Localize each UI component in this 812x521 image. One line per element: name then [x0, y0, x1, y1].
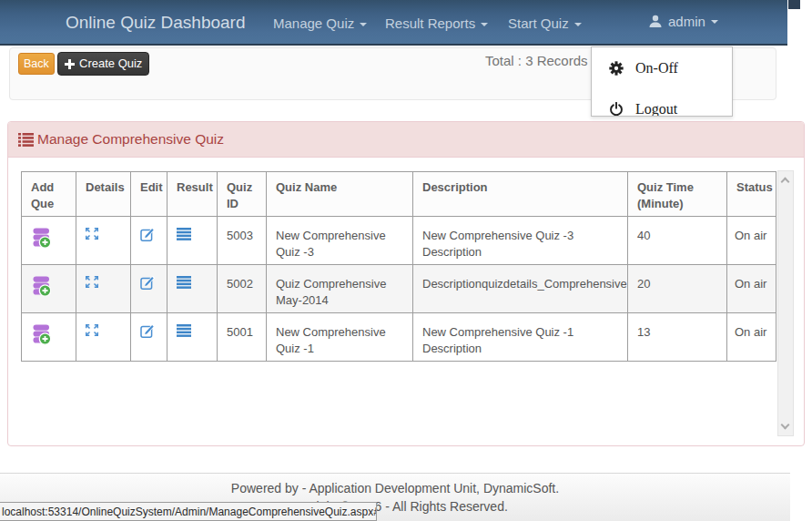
- quiz-name-cell: New Comprehensive Quiz -1: [267, 313, 413, 362]
- corner-square: [788, 0, 800, 9]
- panel-heading: Manage Comprehensive Quiz: [8, 122, 804, 158]
- add-que-cell: [22, 265, 76, 313]
- menu-item-on-off[interactable]: On-Off: [592, 47, 732, 88]
- col-description: Description: [413, 172, 628, 217]
- gear-icon: [609, 61, 624, 76]
- add-question-icon[interactable]: [31, 324, 51, 345]
- edit-cell: [131, 313, 167, 362]
- col-result: Result: [167, 172, 218, 217]
- nav-start-quiz[interactable]: Start Quiz: [508, 15, 582, 31]
- col-edit: Edit: [131, 172, 167, 217]
- add-que-cell: [22, 217, 76, 265]
- edit-cell: [131, 217, 167, 265]
- caret-down-icon: [711, 20, 718, 24]
- status-cell: On air: [727, 313, 776, 362]
- manage-quiz-panel: Manage Comprehensive Quiz Add Que Detail…: [7, 121, 805, 446]
- scroll-down-icon[interactable]: [781, 421, 790, 430]
- quiz-name-cell: Quiz Comprehensive May-2014: [267, 265, 413, 313]
- quiz-time-cell: 40: [628, 217, 727, 265]
- result-cell: [167, 265, 218, 313]
- status-cell: On air: [727, 265, 776, 313]
- nav-start-quiz-label: Start Quiz: [508, 15, 569, 31]
- quiz-id-cell: 5002: [218, 265, 267, 313]
- status-bar-url: localhost:53314/OnlineQuizSystem/Admin/M…: [0, 502, 377, 521]
- panel-title: Manage Comprehensive Quiz: [37, 131, 224, 148]
- result-icon[interactable]: [177, 324, 191, 337]
- description-cell: New Comprehensive Quiz -3 Description: [413, 217, 628, 265]
- edit-icon[interactable]: [140, 228, 155, 241]
- user-dropdown-menu: On-Off Logout: [591, 46, 733, 117]
- result-icon[interactable]: [177, 228, 191, 240]
- nav-result-reports-label: Result Reports: [385, 15, 475, 31]
- caret-down-icon: [360, 23, 367, 26]
- col-details: Details: [76, 172, 131, 217]
- expand-details-icon[interactable]: [86, 324, 98, 336]
- menu-on-off-label: On-Off: [635, 60, 678, 77]
- result-cell: [167, 217, 218, 265]
- result-icon[interactable]: [177, 276, 191, 289]
- add-que-cell: [22, 313, 76, 362]
- plus-icon: [65, 59, 75, 69]
- nav-user-label: admin: [668, 14, 705, 29]
- footer-powered-by: Powered by - Application Development Uni…: [0, 479, 790, 497]
- nav-result-reports[interactable]: Result Reports: [385, 15, 488, 31]
- create-quiz-button[interactable]: Create Quiz: [57, 52, 149, 76]
- back-button[interactable]: Back: [18, 53, 55, 75]
- description-cell: Descriptionquizdetails_Comprehensive: [413, 265, 628, 313]
- details-cell: [76, 217, 131, 265]
- expand-details-icon[interactable]: [86, 276, 98, 288]
- col-add-que: Add Que: [22, 172, 76, 217]
- nav-user-admin[interactable]: admin: [648, 14, 718, 29]
- navbar: Online Quiz Dashboard Manage Quiz Result…: [0, 0, 787, 46]
- caret-down-icon: [574, 23, 582, 26]
- scroll-up-icon[interactable]: [781, 178, 790, 187]
- table-row: 5003New Comprehensive Quiz -3New Compreh…: [22, 217, 776, 265]
- nav-manage-quiz-label: Manage Quiz: [273, 15, 354, 31]
- menu-logout-label: Logout: [635, 101, 677, 117]
- edit-icon[interactable]: [140, 324, 155, 338]
- description-cell: New Comprehensive Quiz -1 Description: [413, 313, 628, 362]
- expand-details-icon[interactable]: [86, 228, 98, 240]
- quiz-time-cell: 13: [628, 313, 727, 362]
- col-quiz-time: Quiz Time (Minute): [628, 172, 727, 217]
- add-question-icon[interactable]: [31, 228, 51, 249]
- caret-down-icon: [481, 23, 488, 26]
- total-records: Total : 3 Records: [485, 53, 588, 68]
- list-icon: [18, 133, 34, 147]
- table-row: 5001New Comprehensive Quiz -1New Compreh…: [22, 313, 776, 362]
- col-quiz-id: Quiz ID: [218, 172, 267, 217]
- create-quiz-label: Create Quiz: [79, 53, 142, 75]
- quiz-name-cell: New Comprehensive Quiz -3: [267, 217, 413, 265]
- details-cell: [76, 265, 131, 313]
- quiz-id-cell: 5001: [218, 313, 267, 362]
- details-cell: [76, 313, 131, 362]
- table-header-row: Add Que Details Edit Result Quiz ID Quiz…: [22, 172, 776, 217]
- edit-icon[interactable]: [140, 276, 155, 290]
- col-status: Status: [727, 172, 776, 217]
- user-icon: [648, 15, 663, 28]
- status-cell: On air: [727, 217, 776, 265]
- table-row: 5002Quiz Comprehensive May-2014Descripti…: [22, 265, 776, 313]
- add-question-icon[interactable]: [31, 276, 51, 297]
- table-scrollbar[interactable]: [777, 170, 794, 436]
- quiz-id-cell: 5003: [218, 217, 267, 265]
- col-quiz-name: Quiz Name: [267, 172, 413, 217]
- quiz-time-cell: 20: [628, 265, 727, 313]
- edit-cell: [131, 265, 167, 313]
- nav-manage-quiz[interactable]: Manage Quiz: [273, 15, 367, 31]
- menu-item-logout[interactable]: Logout: [592, 88, 732, 117]
- result-cell: [167, 313, 218, 362]
- power-icon: [609, 102, 624, 117]
- app-title: Online Quiz Dashboard: [66, 13, 246, 33]
- quiz-table: Add Que Details Edit Result Quiz ID Quiz…: [21, 171, 776, 362]
